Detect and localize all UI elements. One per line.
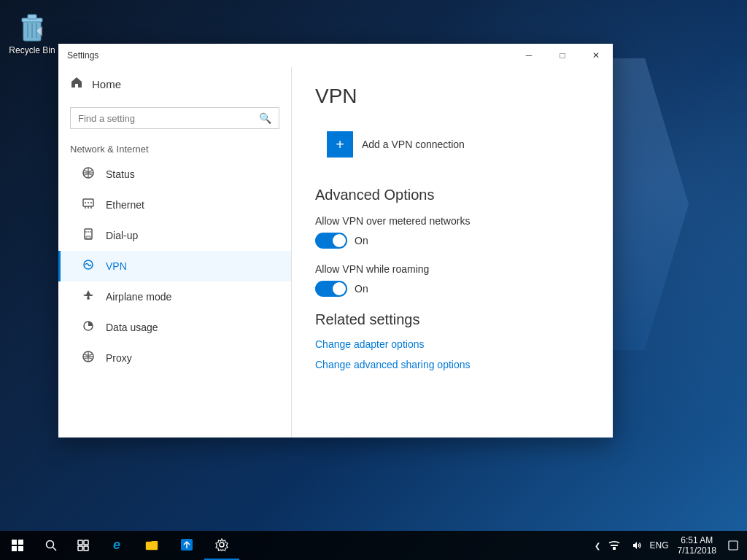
sidebar-item-vpn-label: VPN	[106, 260, 127, 272]
task-view-button[interactable]	[67, 531, 99, 560]
vpn-roaming-toggle[interactable]	[315, 281, 347, 297]
sidebar-home-item[interactable]: Home	[58, 67, 291, 101]
vpn-metered-toggle[interactable]	[315, 233, 347, 249]
svg-rect-43	[611, 545, 618, 546]
svg-rect-29	[12, 546, 17, 551]
ethernet-icon	[81, 197, 96, 213]
section-label: Network & Internet	[58, 135, 291, 159]
status-icon	[81, 166, 96, 182]
tray-clock[interactable]: 6:51 AM 7/11/2018	[672, 531, 722, 560]
datausage-icon	[81, 319, 96, 335]
taskbar-settings[interactable]	[204, 531, 239, 560]
svg-rect-36	[84, 546, 88, 551]
sidebar-item-ethernet-label: Ethernet	[106, 199, 144, 211]
dialup-icon	[81, 228, 96, 244]
home-label: Home	[92, 78, 121, 90]
maximize-button[interactable]: □	[546, 44, 579, 67]
add-vpn-button[interactable]: + Add a VPN connection	[315, 122, 476, 166]
svg-rect-45	[729, 541, 738, 550]
svg-rect-42	[613, 547, 616, 550]
svg-line-32	[53, 548, 57, 551]
recycle-bin-graphic	[15, 9, 50, 44]
tray-date: 7/11/2018	[678, 545, 716, 556]
add-vpn-label: Add a VPN connection	[362, 139, 465, 150]
vpn-roaming-toggle-knob	[333, 282, 346, 295]
change-sharing-options-link[interactable]: Change advanced sharing options	[315, 359, 589, 370]
taskbar-search-button[interactable]	[35, 531, 67, 560]
recycle-bin-label: Recycle Bin	[9, 45, 55, 55]
tray-expand-button[interactable]: ❮	[592, 542, 603, 550]
page-title: VPN	[315, 85, 589, 108]
svg-rect-35	[78, 546, 82, 551]
svg-rect-18	[86, 236, 90, 238]
window-title: Settings	[67, 50, 98, 61]
taskbar-tray: ❮ ENG 6:51 AM 7/11/2018	[592, 531, 747, 560]
vpn-metered-toggle-knob	[333, 234, 346, 247]
advanced-options-title: Advanced Options	[315, 187, 589, 203]
proxy-icon	[81, 350, 96, 366]
sidebar: Home 🔍 Network & Internet Status	[58, 67, 292, 438]
sidebar-item-datausage-label: Data usage	[106, 322, 158, 333]
sidebar-item-status[interactable]: Status	[58, 159, 291, 190]
svg-point-41	[220, 542, 224, 547]
airplane-icon	[81, 289, 96, 305]
tray-volume-icon[interactable]	[625, 531, 647, 560]
recycle-bin-icon[interactable]: Recycle Bin	[6, 6, 58, 58]
taskbar-apps: e	[99, 531, 239, 560]
close-button[interactable]: ✕	[579, 44, 613, 67]
sidebar-item-proxy[interactable]: Proxy	[58, 343, 291, 373]
window-body: Home 🔍 Network & Internet Status	[58, 67, 613, 438]
desktop: Recycle Bin Settings ─ □ ✕	[0, 0, 747, 560]
sidebar-item-airplane-label: Airplane mode	[106, 291, 171, 303]
vpn-roaming-label: Allow VPN while roaming	[315, 263, 589, 275]
related-settings-title: Related settings	[315, 311, 589, 328]
sidebar-item-ethernet[interactable]: Ethernet	[58, 190, 291, 220]
sidebar-item-vpn[interactable]: VPN	[58, 251, 291, 281]
sidebar-item-dialup-label: Dial-up	[106, 230, 138, 241]
title-bar: Settings ─ □ ✕	[58, 44, 613, 67]
svg-rect-33	[78, 540, 82, 545]
svg-rect-30	[18, 546, 23, 551]
svg-rect-2	[28, 15, 36, 19]
vpn-metered-toggle-container: On	[315, 233, 589, 249]
svg-point-31	[47, 541, 54, 548]
vpn-metered-label: Allow VPN over metered networks	[315, 215, 589, 227]
tray-language[interactable]: ENG	[647, 540, 672, 551]
taskbar-explorer[interactable]	[134, 531, 169, 560]
sidebar-item-dialup[interactable]: Dial-up	[58, 220, 291, 251]
home-icon	[70, 76, 83, 93]
taskbar-store[interactable]	[169, 531, 204, 560]
tray-notification-button[interactable]	[722, 531, 744, 560]
sidebar-item-proxy-label: Proxy	[106, 352, 132, 364]
sidebar-item-status-label: Status	[106, 168, 135, 180]
vpn-metered-toggle-row: Allow VPN over metered networks On	[315, 215, 589, 249]
add-vpn-plus-icon: +	[327, 131, 353, 158]
vpn-icon	[81, 258, 96, 274]
vpn-metered-value: On	[355, 235, 368, 246]
vpn-roaming-toggle-container: On	[315, 281, 589, 297]
search-input[interactable]	[71, 109, 252, 128]
svg-marker-44	[633, 542, 637, 549]
tray-network-icon[interactable]	[603, 531, 625, 560]
search-box[interactable]: 🔍	[70, 107, 279, 129]
sidebar-item-datausage[interactable]: Data usage	[58, 312, 291, 343]
change-adapter-options-link[interactable]: Change adapter options	[315, 338, 589, 350]
vpn-roaming-value: On	[355, 283, 368, 295]
taskbar: e	[0, 531, 747, 560]
svg-rect-27	[12, 540, 17, 545]
svg-rect-34	[84, 540, 88, 545]
svg-rect-28	[18, 540, 23, 545]
tray-time: 6:51 AM	[681, 535, 713, 545]
main-content: VPN + Add a VPN connection Advanced Opti…	[292, 67, 613, 438]
sidebar-item-airplane[interactable]: Airplane mode	[58, 281, 291, 312]
svg-rect-37	[146, 542, 158, 550]
minimize-button[interactable]: ─	[512, 44, 546, 67]
start-button[interactable]	[0, 531, 35, 560]
vpn-roaming-toggle-row: Allow VPN while roaming On	[315, 263, 589, 297]
taskbar-edge[interactable]: e	[99, 531, 134, 560]
search-icon: 🔍	[252, 108, 279, 128]
window-controls: ─ □ ✕	[512, 44, 613, 67]
settings-window: Settings ─ □ ✕ Home	[58, 44, 613, 438]
